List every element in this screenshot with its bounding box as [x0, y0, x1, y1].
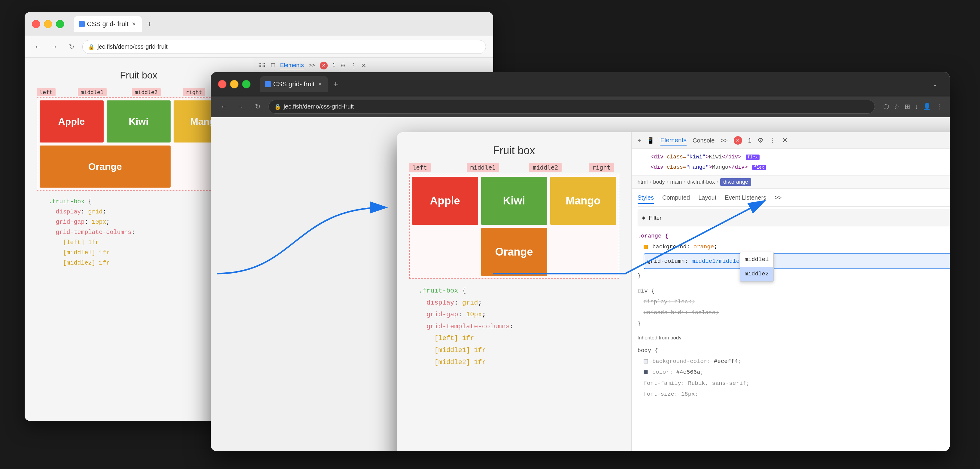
titlebar-back: CSS grid- fruit ✕ + — [25, 12, 493, 36]
label-m2-front: middle2 — [529, 163, 562, 172]
devtools-toolbar-front: ⌖ 📱 Elements Console >> ✕ 1 ⚙ ⋮ ✕ — [632, 132, 950, 149]
error-badge-back: ✕ — [320, 62, 328, 69]
grid-labels-front: left middle1 middle2 right — [409, 163, 619, 172]
browser-window-front: CSS grid- fruit ✕ + ⌄ ← → ↻ 🔒 jec.fish/d… — [211, 72, 950, 451]
computed-tab-front[interactable]: Computed — [662, 192, 690, 204]
active-tab-front[interactable]: CSS grid- fruit ✕ — [260, 77, 328, 92]
tab-close-front[interactable]: ✕ — [317, 81, 323, 87]
maximize-button-back[interactable] — [56, 20, 64, 28]
orange-cell-front: Orange — [481, 228, 547, 276]
minimize-button-front[interactable] — [230, 80, 239, 88]
autocomplete-middle2[interactable]: middle2 — [740, 267, 774, 281]
maximize-button-front[interactable] — [242, 80, 250, 88]
bc-fruit-box-front[interactable]: div.fruit-box — [687, 179, 715, 185]
apple-cell-back: Apple — [40, 100, 103, 142]
error-count-front: 1 — [748, 137, 751, 144]
div-rule-front: div { user agent stylesheet display: blo… — [638, 286, 950, 329]
layout-tab-front[interactable]: Layout — [698, 192, 716, 204]
kiwi-badge: flex — [746, 155, 760, 160]
event-listeners-tab-front[interactable]: Event Listeners — [725, 192, 766, 204]
elements-tab-front[interactable]: Elements — [660, 135, 687, 145]
label-middle1-back: middle1 — [78, 88, 107, 96]
fruit-grid-container-back: Apple Kiwi Mango Orange — [37, 97, 241, 191]
more-tabs-back[interactable]: >> — [309, 62, 315, 69]
minimize-button-back[interactable] — [44, 20, 52, 28]
grid-column-highlight-front: grid-column: middle1/middle2; — [644, 254, 950, 269]
profile-icon[interactable]: 👤 — [923, 103, 931, 111]
scene: CSS grid- fruit ✕ + ← → ↻ 🔒 jec.fish/dem… — [25, 12, 956, 457]
forward-button-front[interactable]: → — [235, 101, 247, 113]
active-tab-back[interactable]: CSS grid- fruit ✕ — [74, 16, 142, 32]
html-panel-front: <div class="kiwi">Kiwi</div> flex <div c… — [632, 149, 950, 175]
traffic-lights-back — [32, 20, 64, 28]
fruit-box-title-back: Fruit box — [37, 70, 241, 81]
traffic-lights-front — [218, 80, 250, 88]
back-button-front[interactable]: ← — [218, 101, 230, 113]
css-code-front: .fruit-box { display: grid; grid-gap: 10… — [409, 279, 619, 374]
refresh-button[interactable]: ↻ — [65, 41, 78, 53]
address-bar-front[interactable]: 🔒 jec.fish/demo/css-grid-fruit — [269, 100, 875, 114]
new-tab-front[interactable]: + — [330, 79, 341, 89]
more-tabs-front[interactable]: >> — [721, 137, 727, 144]
gear-icon-front[interactable]: ⚙ — [757, 137, 764, 144]
lock-icon: 🔒 — [88, 44, 95, 50]
address-text-back: jec.fish/demo/css-grid-fruit — [98, 43, 480, 50]
close-button-back[interactable] — [32, 20, 40, 28]
forward-button[interactable]: → — [49, 41, 60, 53]
kiwi-cell-front: Kiwi — [481, 177, 547, 225]
css-code-panel-back: .fruit-box { display: grid; grid-gap: 10… — [37, 191, 241, 274]
styles-area-front: Styles Computed Layout Event Listeners >… — [632, 189, 950, 451]
body-rule-front: body { css-grid-fruit:3 background-color… — [638, 345, 950, 399]
apple-cell-front: Apple — [412, 177, 478, 225]
refresh-button-front[interactable]: ↻ — [252, 101, 264, 113]
autocomplete-popup: middle1 middle2 — [740, 252, 774, 281]
more-icon-back[interactable]: ⋮ — [350, 62, 356, 69]
back-button[interactable]: ← — [32, 41, 44, 53]
gear-icon-back[interactable]: ⚙ — [340, 62, 346, 69]
tab-favicon-front — [265, 81, 271, 87]
address-bar-back[interactable]: 🔒 jec.fish/demo/css-grid-fruit — [82, 40, 486, 54]
error-count-back: 1 — [332, 62, 336, 69]
fruit-grid-back: Apple Kiwi Mango Orange — [40, 100, 238, 188]
fruit-grid-container-front: Apple Kiwi Mango Orange — [409, 174, 619, 279]
devtools-front: ⌖ 📱 Elements Console >> ✕ 1 ⚙ ⋮ ✕ <div c… — [631, 132, 950, 451]
breadcrumb-front: html › body › main › div.fruit-box › div… — [632, 175, 950, 189]
orange-cell-back: Orange — [40, 145, 171, 188]
styles-tab-front[interactable]: Styles — [638, 192, 654, 204]
device-icon-front[interactable]: 📱 — [647, 137, 654, 144]
more-tabs-styles-front[interactable]: >> — [775, 192, 781, 204]
nav-bar-front: ← → ↻ 🔒 jec.fish/demo/css-grid-fruit ⬡ ☆… — [211, 96, 950, 117]
tab-close-back[interactable]: ✕ — [131, 21, 137, 27]
label-m1-front: middle1 — [467, 163, 499, 172]
bc-html-front[interactable]: html — [638, 179, 648, 185]
bc-main-front[interactable]: main — [670, 179, 682, 185]
kiwi-cell-back: Kiwi — [107, 100, 170, 142]
nav-bar-back: ← → ↻ 🔒 jec.fish/demo/css-grid-fruit — [25, 36, 493, 58]
close-button-front[interactable] — [218, 80, 226, 88]
bc-orange-front[interactable]: div.orange — [720, 178, 751, 186]
label-right-back: right — [183, 88, 205, 96]
new-tab-back[interactable]: + — [144, 19, 155, 29]
extensions-icon[interactable]: ⊞ — [905, 103, 910, 111]
autocomplete-middle1[interactable]: middle1 — [740, 252, 774, 267]
browser-content-front: Fruit box left middle1 middle2 right App… — [397, 132, 950, 451]
styles-tabs-front: Styles Computed Layout Event Listeners >… — [638, 192, 950, 207]
mango-badge: flex — [752, 165, 766, 170]
bookmark-icon[interactable]: ☆ — [894, 103, 900, 111]
menu-icon[interactable]: ⋮ — [936, 103, 942, 111]
close-devtools-front[interactable]: ✕ — [782, 137, 788, 144]
filter-bar-front: ◆ Filter :hov .cls + ⧉ ⊞ — [638, 209, 950, 227]
share-icon[interactable]: ⬡ — [883, 103, 889, 111]
bc-body-front[interactable]: body — [653, 179, 665, 185]
tab-title-back: CSS grid- fruit — [87, 20, 129, 28]
tab-title-front: CSS grid- fruit — [273, 80, 315, 88]
more-icon-front[interactable]: ⋮ — [770, 137, 776, 144]
close-devtools-back[interactable]: ✕ — [361, 62, 366, 69]
inherited-label-front: Inherited from body — [638, 333, 950, 343]
elements-tab-back[interactable]: Elements — [280, 61, 304, 70]
chevron-down-icon[interactable]: ⌄ — [932, 80, 942, 88]
downloads-icon[interactable]: ↓ — [915, 103, 918, 111]
inspect-icon-front[interactable]: ⌖ — [638, 137, 641, 144]
console-tab-front[interactable]: Console — [692, 137, 714, 144]
label-right-front: right — [589, 163, 614, 172]
